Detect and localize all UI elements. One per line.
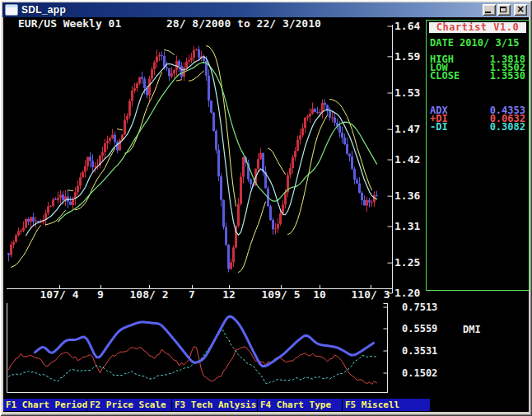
menu-f3-tech-analysis[interactable]: F3 Tech Anlysis [172,399,257,411]
minimize-icon [485,12,491,13]
maximize-icon [500,7,506,12]
menu-f4-chart-type[interactable]: F4 Chart Type [258,399,342,411]
titlebar[interactable]: SDL_app × [2,2,530,17]
close-button[interactable]: × [514,4,527,16]
app-icon [5,4,18,16]
close-icon: × [514,4,527,15]
window-title: SDL_app [21,4,66,16]
menu-f2-price-scale[interactable]: F2 Price Scale [87,399,171,411]
minimize-button[interactable] [483,4,496,16]
menu-f5-miscell[interactable]: F5 Miscell [343,399,430,411]
chart-client-area [3,17,529,412]
menu-f1-chart-period[interactable]: F1 Chart Period [3,399,86,411]
function-key-menubar: F1 Chart Period F2 Price Scale F3 Tech A… [3,399,529,412]
window-controls: × [483,4,527,16]
maximize-button[interactable] [497,4,511,16]
app-window: SDL_app × EUR/US Weekly 01 28/ 8/2000 to… [0,0,532,416]
